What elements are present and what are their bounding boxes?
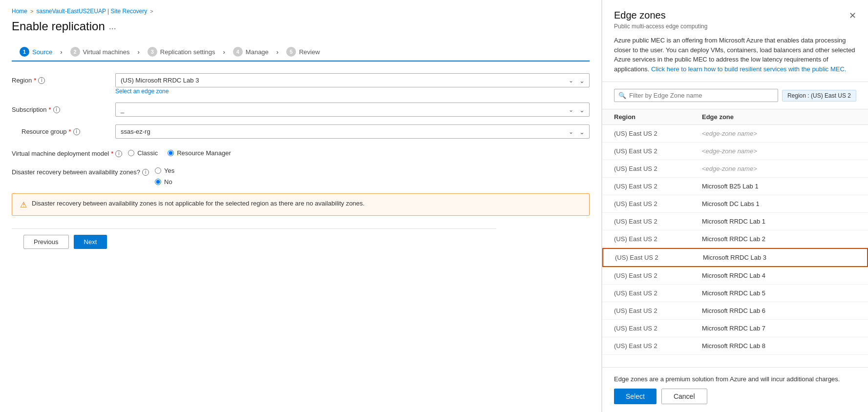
panel-search-row: 🔍 Region : (US) East US 2 [602,82,868,109]
table-row[interactable]: (US) East US 2 <edge-zone name> [602,143,868,160]
ellipsis-menu[interactable]: ... [109,21,116,32]
deployment-rm-input[interactable] [168,150,174,156]
table-row[interactable]: (US) East US 2 Microsoft RRDC Lab 5 [602,285,868,302]
warning-box: ⚠ Disaster recovery between availability… [12,193,590,216]
dr-yes-radio[interactable]: Yes [155,167,590,174]
tab-replication-label: Replication settings [160,48,215,56]
tab-review[interactable]: 5 Review [278,43,328,62]
table-row[interactable]: (US) East US 2 <edge-zone name> [602,160,868,178]
region-info-icon[interactable]: i [38,77,45,84]
step-tabs: 1 Source › 2 Virtual machines › 3 Replic… [12,43,590,62]
region-control: (US) Microsoft RRDC Lab 3 ⌄ Select an ed… [115,73,590,95]
subscription-select[interactable]: _ ⌄ [115,103,590,117]
panel-learn-more-link[interactable]: Click here to learn how to build resilie… [651,65,847,73]
warning-icon: ⚠ [20,200,27,209]
breadcrumb-sep2: > [150,8,153,14]
deployment-classic-radio[interactable]: Classic [128,149,158,157]
rg-caret: ⌄ [569,128,573,135]
dr-no-label: No [164,178,172,185]
row-zone: Microsoft B25 Lab 1 [702,183,856,190]
panel-title: Edge zones [614,10,666,21]
row-zone: Microsoft RRDC Lab 4 [702,272,856,279]
footer-note: Edge zones are a premium solution from A… [614,375,856,383]
row-region: (US) East US 2 [614,200,702,207]
cancel-button[interactable]: Cancel [661,389,707,404]
breadcrumb-home[interactable]: Home [12,8,27,15]
search-input[interactable] [629,92,774,99]
breadcrumb-sep1: > [30,8,33,14]
breadcrumb-vault[interactable]: sasneVault-EastUS2EUAP | Site Recovery [36,8,147,15]
dr-no-radio[interactable]: No [155,178,590,185]
table-row[interactable]: (US) East US 2 Microsoft RRDC Lab 4 [602,267,868,285]
row-zone: Microsoft RRDC Lab 8 [702,342,856,350]
tab-manage[interactable]: 4 Manage [225,43,276,62]
dr-no-input[interactable] [155,179,161,185]
tab-vms-label: Virtual machines [83,48,130,56]
edge-zones-panel: Edge zones ✕ Public multi-access edge co… [602,0,868,412]
table-row[interactable]: (US) East US 2 Microsoft RRDC Lab 1 [602,213,868,230]
tab-manage-num: 4 [233,47,243,57]
rg-info-icon[interactable]: i [73,128,80,135]
table-row[interactable]: (US) East US 2 Microsoft RRDC Lab 7 [602,320,868,337]
subscription-info-icon[interactable]: i [53,106,60,113]
table-row[interactable]: (US) East US 2 Microsoft RRDC Lab 8 [602,337,868,355]
deployment-radio-group: Classic Resource Manager [128,146,590,157]
row-region: (US) East US 2 [614,307,702,314]
panel-close-button[interactable]: ✕ [849,11,856,20]
table-row[interactable]: (US) East US 2 <edge-zone name> [602,125,868,143]
tab-vms[interactable]: 2 Virtual machines [63,43,138,62]
row-region: (US) East US 2 [614,342,702,350]
dr-yes-input[interactable] [155,167,161,174]
tab-source-label: Source [32,48,52,56]
deployment-model-row: Virtual machine deployment model * i Cla… [12,146,590,157]
page-title-row: Enable replication ... [12,20,590,33]
row-region: (US) East US 2 [614,147,702,155]
resource-group-row: Resource group * i ssas-ez-rg ⌄ [12,124,590,139]
deployment-classic-label: Classic [137,149,158,157]
tab-replication[interactable]: 3 Replication settings [140,43,223,62]
panel-subtitle: Public multi-access edge computing [614,23,856,30]
deployment-rm-radio[interactable]: Resource Manager [168,149,231,157]
col-zone-header: Edge zone [702,113,856,121]
rg-selected-value: ssas-ez-rg [121,128,150,135]
row-zone: <edge-zone name> [702,147,856,155]
table-row[interactable]: (US) East US 2 Microsoft DC Labs 1 [602,195,868,213]
edge-zone-link[interactable]: Select an edge zone [115,88,169,95]
rg-required: * [69,128,71,135]
tab-manage-label: Manage [246,48,269,56]
edge-table-body: (US) East US 2 <edge-zone name> (US) Eas… [602,125,868,367]
table-row[interactable]: (US) East US 2 Microsoft B25 Lab 1 [602,178,868,195]
deployment-classic-input[interactable] [128,150,134,156]
deployment-model-label: Virtual machine deployment model * i [12,146,122,157]
row-zone: Microsoft DC Labs 1 [702,200,856,207]
rg-select[interactable]: ssas-ez-rg ⌄ [115,124,590,139]
dr-yes-label: Yes [164,167,174,174]
tab-review-label: Review [299,48,320,56]
row-region: (US) East US 2 [614,130,702,137]
rg-control: ssas-ez-rg ⌄ [115,124,590,139]
search-icon: 🔍 [618,92,626,99]
dr-info-icon[interactable]: i [142,169,149,176]
panel-header: Edge zones ✕ Public multi-access edge co… [602,0,868,82]
dr-radio-group: Yes No [155,165,590,185]
subscription-select-wrapper: _ ⌄ [115,103,590,117]
tab-source-num: 1 [20,47,29,57]
region-select[interactable]: (US) Microsoft RRDC Lab 3 ⌄ [115,73,590,87]
region-select-wrapper: (US) Microsoft RRDC Lab 3 ⌄ [115,73,590,87]
subscription-caret: ⌄ [569,106,573,113]
dm-info-icon[interactable]: i [115,150,122,157]
tab-source[interactable]: 1 Source [12,43,60,62]
previous-button[interactable]: Previous [23,235,69,249]
table-row[interactable]: (US) East US 2 Microsoft RRDC Lab 2 [602,230,868,248]
select-button[interactable]: Select [614,389,656,404]
row-zone: Microsoft RRDC Lab 5 [702,289,856,297]
region-caret: ⌄ [569,77,573,84]
table-row[interactable]: (US) East US 2 Microsoft RRDC Lab 6 [602,302,868,320]
row-zone: Microsoft RRDC Lab 1 [702,218,856,225]
subscription-required: * [49,106,51,113]
footer-buttons: Select Cancel [614,389,856,404]
table-row-selected[interactable]: (US) East US 2 Microsoft RRDC Lab 3 [602,248,868,267]
next-button[interactable]: Next [74,235,107,249]
panel-footer: Edge zones are a premium solution from A… [602,367,868,412]
panel-title-row: Edge zones ✕ [614,10,856,21]
